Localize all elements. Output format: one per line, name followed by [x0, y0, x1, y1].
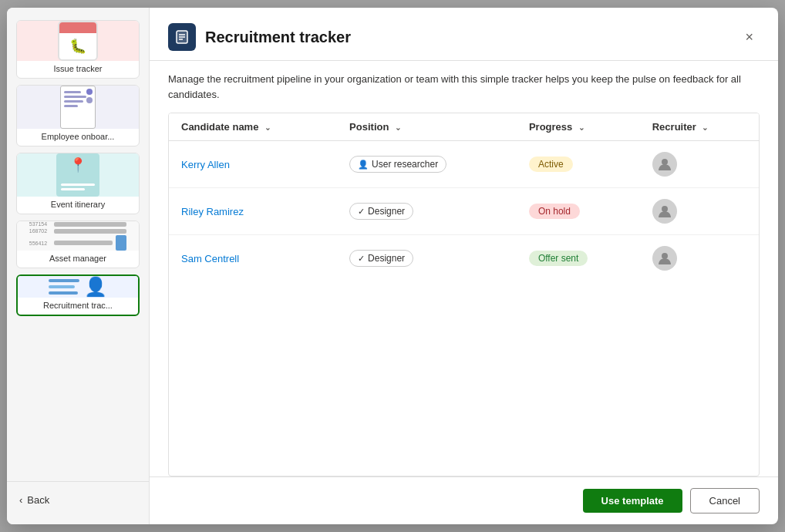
event-thumbnail: 📍: [17, 153, 139, 197]
recruiter-cell: [640, 188, 759, 235]
progress-cell: Active: [517, 141, 640, 188]
candidate-name-cell: Riley Ramirez: [169, 188, 337, 235]
svg-point-5: [662, 159, 668, 165]
position-cell: 👤 User researcher: [337, 141, 517, 188]
employee-thumbnail: [17, 86, 139, 129]
sidebar-item-recruitment-tracker[interactable]: 👤 Recruitment trac...: [16, 274, 140, 316]
close-button[interactable]: ×: [739, 26, 760, 49]
svg-point-6: [662, 206, 668, 212]
sidebar-item-asset-manager[interactable]: 537154 168702 556412: [16, 221, 140, 268]
modal: 🐛 Issue tracker: [7, 8, 778, 524]
col-recruiter: Recruiter ⌄: [640, 113, 759, 141]
sidebar-item-employee-onboarding[interactable]: Employee onboar...: [16, 85, 140, 146]
modal-description: Manage the recruitment pipeline in your …: [150, 61, 778, 113]
sort-icon-recruiter: ⌄: [702, 123, 708, 132]
sort-icon-name: ⌄: [264, 123, 271, 132]
asset-thumbnail: 537154 168702 556412: [17, 221, 139, 251]
back-label: Back: [27, 494, 49, 506]
recruiter-cell: [640, 141, 759, 188]
table-row: Sam Centrell ✓ Designer Offer sent: [169, 235, 759, 282]
recruiter-cell: [640, 235, 759, 282]
position-cell: ✓ Designer: [337, 235, 517, 282]
template-icon: [168, 23, 196, 51]
sort-icon-position: ⌄: [395, 123, 401, 132]
issue-tracker-thumbnail: 🐛: [17, 21, 139, 61]
main-content: Recruitment tracker × Manage the recruit…: [150, 8, 778, 524]
recruit-thumbnail: 👤: [18, 276, 138, 298]
sidebar-bottom: ‹ Back: [7, 481, 149, 518]
back-button[interactable]: ‹ Back: [16, 490, 52, 510]
cancel-button[interactable]: Cancel: [690, 488, 760, 513]
table-header-row: Candidate name ⌄ Position ⌄ Progress ⌄: [169, 113, 759, 141]
sidebar-template-list: 🐛 Issue tracker: [7, 14, 149, 481]
issue-tracker-label: Issue tracker: [17, 61, 139, 78]
modal-overlay: 🐛 Issue tracker: [0, 0, 785, 532]
avatar: [652, 199, 677, 224]
sort-icon-progress: ⌄: [578, 123, 585, 132]
recruitment-tracker-label: Recruitment trac...: [18, 298, 138, 315]
event-itinerary-label: Event itinerary: [17, 197, 139, 214]
svg-point-7: [662, 253, 668, 259]
check-position-icon2: ✓: [358, 254, 365, 264]
col-candidate-name: Candidate name ⌄: [169, 113, 337, 141]
sidebar-item-issue-tracker[interactable]: 🐛 Issue tracker: [16, 20, 140, 79]
person-position-icon: 👤: [358, 160, 369, 170]
modal-footer: Use template Cancel: [150, 476, 778, 524]
candidate-name-cell: Sam Centrell: [169, 235, 337, 282]
back-chevron-icon: ‹: [19, 494, 22, 506]
avatar: [652, 152, 677, 177]
employee-onboarding-label: Employee onboar...: [17, 129, 139, 146]
asset-manager-label: Asset manager: [17, 251, 139, 268]
title-area: Recruitment tracker: [168, 23, 351, 51]
modal-title: Recruitment tracker: [205, 29, 351, 46]
modal-header: Recruitment tracker ×: [150, 8, 778, 61]
candidates-table-area[interactable]: Candidate name ⌄ Position ⌄ Progress ⌄: [168, 113, 760, 476]
progress-cell: On hold: [517, 188, 640, 235]
col-progress: Progress ⌄: [517, 113, 640, 141]
avatar: [652, 246, 677, 271]
candidate-name-cell: Kerry Allen: [169, 141, 337, 188]
table-row: Kerry Allen 👤 User researcher Active: [169, 141, 759, 188]
person-icon: 👤: [84, 276, 107, 298]
check-position-icon: ✓: [358, 207, 365, 217]
progress-cell: Offer sent: [517, 235, 640, 282]
col-position: Position ⌄: [337, 113, 517, 141]
table-row: Riley Ramirez ✓ Designer On hold: [169, 188, 759, 235]
sidebar-item-event-itinerary[interactable]: 📍 Event itinerary: [16, 153, 140, 214]
position-cell: ✓ Designer: [337, 188, 517, 235]
use-template-button[interactable]: Use template: [583, 489, 682, 513]
sidebar: 🐛 Issue tracker: [7, 8, 150, 524]
candidates-table: Candidate name ⌄ Position ⌄ Progress ⌄: [169, 113, 759, 281]
